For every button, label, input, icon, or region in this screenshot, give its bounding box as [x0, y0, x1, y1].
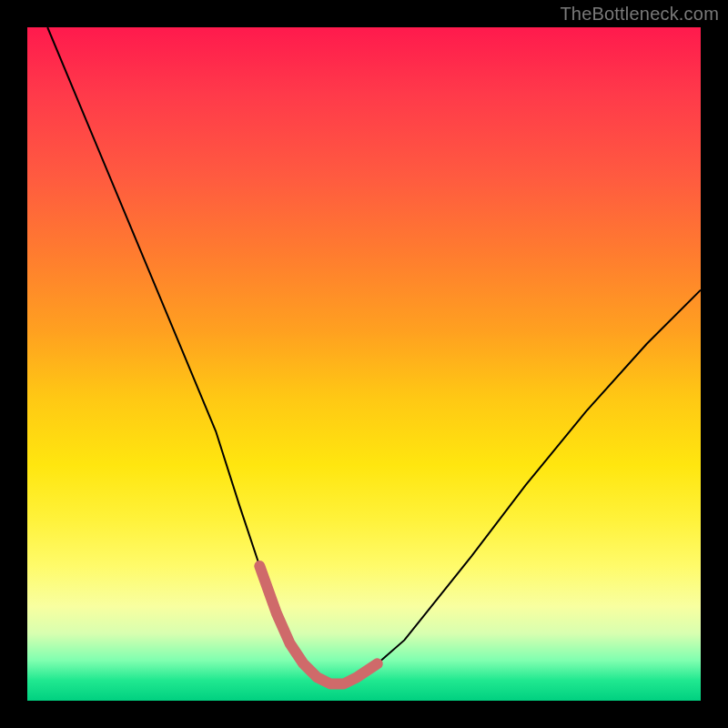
plot-area [27, 27, 701, 701]
curve-svg [27, 27, 701, 701]
tolerance-band [259, 566, 378, 684]
bottleneck-curve [47, 27, 701, 684]
chart-frame: TheBottleneck.com [0, 0, 728, 728]
watermark-text: TheBottleneck.com [560, 4, 719, 25]
